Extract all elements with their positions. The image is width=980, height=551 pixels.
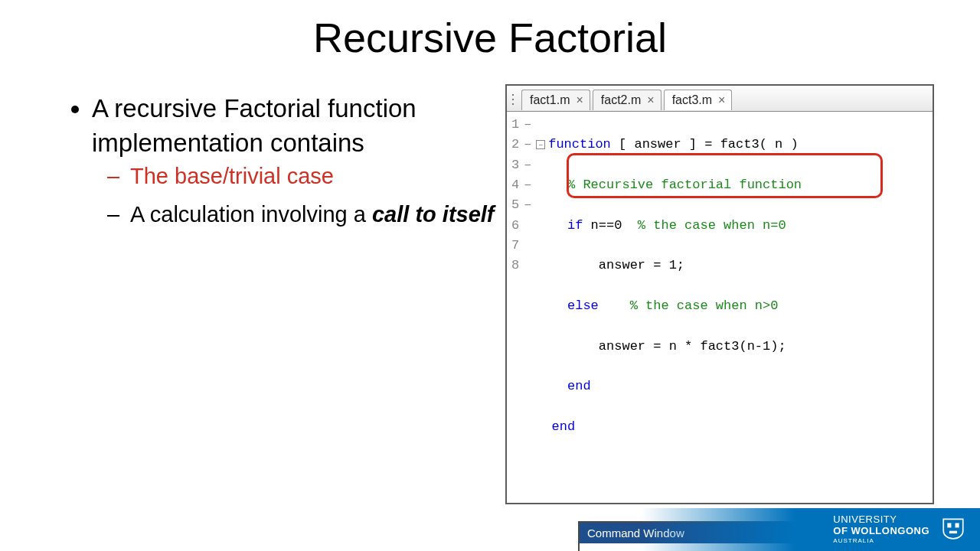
slide-title: Recursive Factorial — [0, 0, 980, 61]
comment: % Recursive factorial function — [567, 178, 802, 192]
editor-panel: fact1.m × fact2.m × fact3.m × 1 2 3 4 — [505, 84, 934, 504]
footer-fade — [642, 508, 795, 551]
lnum: 3 — [511, 155, 519, 175]
tab-fact3[interactable]: fact3.m × — [664, 90, 733, 110]
code-text: [ answer ] = fact3( n ) — [611, 137, 799, 152]
kw-end: end — [567, 379, 591, 393]
fold-minus-icon[interactable]: – — [536, 140, 545, 149]
kw-if: if — [567, 218, 583, 233]
bp: – — [524, 135, 531, 155]
uow-sub: AUSTRALIA — [833, 538, 929, 545]
tab-fact2[interactable]: fact2.m × — [593, 90, 662, 110]
code-area: 1 2 3 4 5 6 7 8 – – – – – — [507, 112, 933, 503]
lnum: 4 — [511, 175, 519, 195]
close-icon[interactable]: × — [718, 94, 725, 106]
bp: – — [524, 195, 531, 215]
kw-end: end — [552, 419, 576, 434]
lnum: 7 — [511, 236, 519, 256]
bullet-self-call: A calculation involving a call to itself — [130, 198, 498, 232]
editor-tab-bar: fact1.m × fact2.m × fact3.m × — [507, 86, 933, 112]
svg-rect-1 — [956, 523, 959, 528]
tab-label: fact1.m — [530, 93, 570, 107]
comment: % the case when n=0 — [638, 218, 786, 233]
content-row: A recursive Factorial function implement… — [0, 61, 980, 551]
footer: UNIVERSITY OF WOLLONGONG AUSTRALIA — [642, 508, 980, 551]
bullet-base-case: The base/trivial case — [130, 160, 498, 194]
line-numbers: 1 2 3 4 5 6 7 8 — [511, 115, 524, 498]
svg-rect-0 — [947, 523, 951, 528]
lnum: 6 — [511, 216, 519, 236]
kw-else: else — [567, 298, 599, 313]
bp: – — [524, 155, 531, 175]
code-text: n==0 — [583, 218, 637, 233]
right-column: fact1.m × fact2.m × fact3.m × 1 2 3 4 — [498, 84, 949, 551]
bullet-main-text: A recursive Factorial function implement… — [92, 94, 416, 157]
comment: % the case when n>0 — [630, 298, 779, 313]
grip-icon — [511, 93, 517, 107]
lnum: 1 — [511, 115, 519, 135]
bullet-main: A recursive Factorial function implement… — [92, 92, 498, 231]
lnum: 5 — [511, 195, 519, 215]
tab-label: fact2.m — [601, 93, 641, 107]
lnum: 2 — [511, 135, 519, 155]
code-text: answer = n * fact3(n-1); — [599, 339, 786, 354]
svg-rect-2 — [949, 531, 957, 533]
bp: – — [524, 175, 531, 195]
kw-function: function — [548, 137, 611, 152]
bp: – — [524, 115, 531, 135]
close-icon[interactable]: × — [647, 94, 654, 106]
breakpoint-gutter: – – – – – — [524, 115, 536, 498]
uow-text: UNIVERSITY OF WOLLONGONG AUSTRALIA — [833, 514, 929, 544]
uow-line2: OF WOLLONGONG — [833, 526, 929, 536]
bullet-list: A recursive Factorial function implement… — [31, 84, 498, 551]
tab-label: fact3.m — [672, 93, 712, 107]
bullet-self-call-lead: A calculation involving a — [130, 202, 372, 227]
close-icon[interactable]: × — [576, 94, 583, 106]
uow-line1: UNIVERSITY — [833, 514, 929, 525]
code-text: answer = 1; — [599, 258, 684, 272]
bullet-self-call-em: call to itself — [372, 202, 495, 227]
code-sp — [599, 298, 630, 313]
lnum: 8 — [511, 256, 519, 276]
footer-brand: UNIVERSITY OF WOLLONGONG AUSTRALIA — [795, 508, 980, 551]
uow-crest-icon — [940, 517, 966, 543]
code-body[interactable]: –function [ answer ] = fact3( n ) % Recu… — [536, 115, 802, 498]
tab-fact1[interactable]: fact1.m × — [521, 90, 590, 110]
